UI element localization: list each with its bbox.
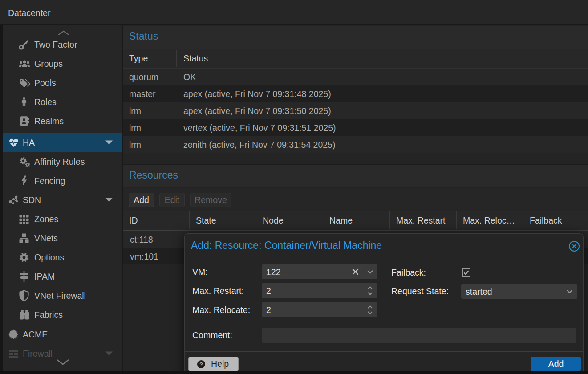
- svg-text:?: ?: [199, 361, 203, 368]
